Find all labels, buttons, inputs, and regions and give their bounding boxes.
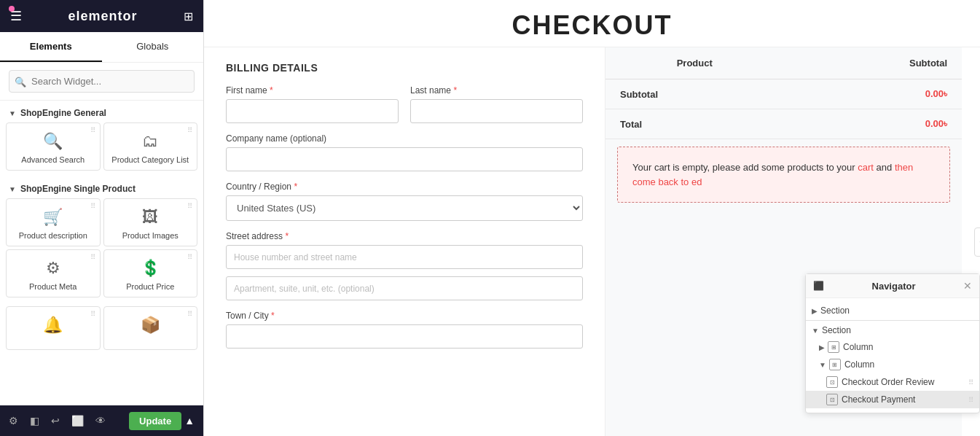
update-button[interactable]: Update <box>129 412 181 430</box>
country-group: Country / Region * United States (US) <box>226 182 583 221</box>
section-shopengine-general[interactable]: ▼ ShopEngine General <box>0 101 203 122</box>
country-label: Country / Region * <box>226 182 583 192</box>
first-name-input[interactable] <box>226 99 399 123</box>
nav-item-checkout-order-review[interactable]: ⊡ Checkout Order Review ⠿ <box>806 373 979 391</box>
street-input[interactable] <box>226 245 583 269</box>
billing-section: BILLING DETAILS First name * Last name * <box>204 47 605 436</box>
name-row: First name * Last name * <box>226 85 583 123</box>
city-group: Town / City * <box>226 311 583 349</box>
nav-tree: ▶ Section ▼ Section ▶ ⊞ Column <box>806 298 979 413</box>
collapse-handle[interactable]: ‹ <box>974 227 980 257</box>
product-meta-icon: ⚙ <box>46 259 60 278</box>
widget-extra-1[interactable]: ⠿ 🔔 <box>6 306 101 350</box>
nav-item-column-1[interactable]: ▶ ⊞ Column <box>806 338 979 356</box>
drag-handle-icon-6: ⠿ <box>187 253 192 261</box>
widget-product-price[interactable]: ⠿ 💲 Product Price <box>103 249 198 297</box>
arrow-icon: ▼ <box>9 109 16 117</box>
tab-globals[interactable]: Globals <box>102 32 204 62</box>
empty-cart-text: Your cart is empty, please add some prod… <box>632 162 913 187</box>
product-category-list-icon: 🗂 <box>142 132 158 151</box>
street-group: Street address * <box>226 231 583 269</box>
widget-label-advanced-search: Advanced Search <box>21 155 85 164</box>
widgets-grid-extra: ⠿ 🔔 ⠿ 📦 <box>0 303 203 356</box>
navigator-header: ⬛ Navigator ✕ <box>806 274 979 298</box>
main-body: BILLING DETAILS First name * Last name * <box>204 47 980 436</box>
subtotal-row: Subtotal 0.00৳ <box>605 79 962 109</box>
company-label: Company name (optional) <box>226 133 583 144</box>
nav-label-checkout-order-review: Checkout Order Review <box>842 377 934 387</box>
widget-product-images[interactable]: ⠿ 🖼 Product Images <box>103 198 198 246</box>
empty-cart-box: Your cart is empty, please add some prod… <box>617 147 950 203</box>
last-name-group: Last name * <box>410 85 583 123</box>
cart-link[interactable]: cart <box>858 162 874 173</box>
product-images-icon: 🖼 <box>142 208 158 227</box>
section-general-label: ShopEngine General <box>20 108 106 118</box>
sidebar-tabs: Elements Globals <box>0 32 203 63</box>
sidebar: ☰ elementor ⊞ Elements Globals 🔍 ▼ ShopE… <box>0 0 204 436</box>
navigator-close-button[interactable]: ✕ <box>963 280 972 292</box>
billing-title: BILLING DETAILS <box>226 62 583 74</box>
sidebar-scrollable: ▼ ShopEngine General ⠿ 🔍 Advanced Search… <box>0 101 203 436</box>
nav-label-checkout-payment: Checkout Payment <box>842 394 915 405</box>
widget-label-product-description: Product description <box>19 231 87 240</box>
product-description-icon: 🛒 <box>43 208 63 227</box>
city-input[interactable] <box>226 324 583 349</box>
section-shopengine-single-product[interactable]: ▼ ShopEngine Single Product <box>0 176 203 198</box>
country-select[interactable]: United States (US) <box>226 195 583 221</box>
history-icon[interactable]: ↩ <box>51 415 60 427</box>
drag-handle-nav-1: ⠿ <box>968 378 973 386</box>
dot-indicator <box>9 6 15 12</box>
nav-label-column-2: Column <box>844 359 874 370</box>
street2-group <box>226 276 583 300</box>
grid-icon[interactable]: ⊞ <box>184 9 193 23</box>
chevron-down-icon[interactable]: ▲ <box>184 415 195 427</box>
nav-label-column-1: Column <box>843 342 873 352</box>
nav-item-checkout-payment[interactable]: ⊡ Checkout Payment ⠿ <box>806 391 979 408</box>
widget-extra-2[interactable]: ⠿ 📦 <box>103 306 198 350</box>
navigator-title: Navigator <box>872 281 916 292</box>
search-input[interactable] <box>9 70 195 93</box>
toolbar-icons: ⚙ ◧ ↩ ⬜ 👁 <box>9 415 106 427</box>
sidebar-header: ☰ elementor ⊞ <box>0 0 203 32</box>
drag-handle-icon: ⠿ <box>187 126 192 134</box>
column-icon-2: ⊞ <box>829 359 841 370</box>
widget-product-category-list[interactable]: ⠿ 🗂 Product Category List <box>103 122 198 171</box>
page-title: CHECKOUT <box>204 10 980 41</box>
total-row: Total 0.00৳ <box>605 109 962 139</box>
section-single-product-label: ShopEngine Single Product <box>20 184 136 194</box>
drag-handle-icon-4: ⠿ <box>187 202 192 210</box>
col-subtotal-header: Subtotal <box>784 47 963 79</box>
tab-elements[interactable]: Elements <box>0 32 102 62</box>
nav-arrow-down-2: ▼ <box>819 361 826 369</box>
col-product-header: Product <box>605 47 784 79</box>
widgets-grid-single-product: ⠿ 🛒 Product description ⠿ 🖼 Product Imag… <box>0 198 203 303</box>
order-table: Product Subtotal Subtotal 0.00৳ Total 0.… <box>605 47 962 139</box>
widget-label-product-images: Product Images <box>122 231 179 240</box>
city-label: Town / City * <box>226 311 583 321</box>
bottom-toolbar: ⚙ ◧ ↩ ⬜ 👁 Update ▲ <box>0 405 203 436</box>
brand-logo: elementor <box>68 9 137 24</box>
company-input[interactable] <box>226 147 583 171</box>
nav-item-section-1[interactable]: ▶ Section <box>806 303 979 319</box>
arrow-icon-2: ▼ <box>9 185 16 193</box>
nav-arrow-right: ▶ <box>812 307 818 315</box>
preview-icon[interactable]: 👁 <box>95 415 106 427</box>
navigator-icon: ⬛ <box>813 281 824 291</box>
responsive-icon[interactable]: ⬜ <box>71 415 84 427</box>
settings-icon[interactable]: ⚙ <box>9 415 18 427</box>
nav-item-section-2[interactable]: ▼ Section <box>806 322 979 338</box>
widget-label-product-price: Product Price <box>126 282 174 291</box>
advanced-search-icon: 🔍 <box>43 132 63 151</box>
layers-icon[interactable]: ◧ <box>30 415 39 427</box>
street2-input[interactable] <box>226 276 583 300</box>
widget-advanced-search[interactable]: ⠿ 🔍 Advanced Search <box>6 122 101 171</box>
last-name-input[interactable] <box>410 99 583 123</box>
checkout-order-review-icon: ⊡ <box>826 376 838 388</box>
nav-item-column-2[interactable]: ▼ ⊞ Column <box>806 356 979 373</box>
navigator-panel: ⬛ Navigator ✕ ▶ Section ▼ Section <box>805 273 980 413</box>
search-bar-container: 🔍 <box>0 63 203 101</box>
widget-product-description[interactable]: ⠿ 🛒 Product description <box>6 198 101 246</box>
main-header: CHECKOUT <box>204 0 980 47</box>
widget-product-meta[interactable]: ⠿ ⚙ Product Meta <box>6 249 101 297</box>
nav-arrow-down: ▼ <box>812 327 819 335</box>
